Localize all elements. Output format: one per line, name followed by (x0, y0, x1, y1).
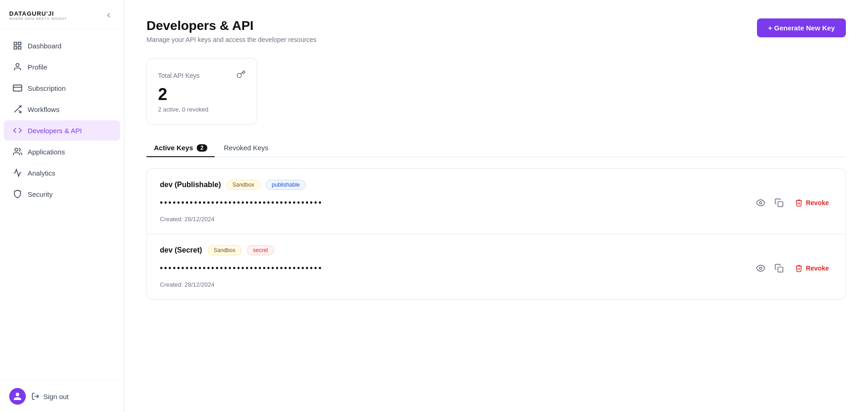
key-name-0: dev (Publishable) (160, 181, 221, 189)
sidebar-item-profile[interactable]: Profile (4, 57, 120, 77)
svg-rect-2 (18, 47, 21, 49)
main-content: Developers & API Manage your API keys an… (124, 0, 868, 412)
sidebar-item-developers-label: Developers & API (28, 127, 82, 135)
sidebar-item-subscription-label: Subscription (28, 84, 66, 92)
tab-revoked-keys[interactable]: Revoked Keys (217, 139, 276, 157)
sidebar: DATAGURU'JI WHERE DATA MEETS INSIGHT Das… (0, 0, 124, 412)
keys-container: dev (Publishable) Sandbox publishable ••… (147, 168, 846, 300)
stats-card: Total API Keys 2 2 active, 0 revoked (147, 58, 257, 124)
key-header-1: dev (Secret) Sandbox secret (160, 245, 833, 255)
key-actions-1: Revoke (754, 262, 833, 275)
trash-icon-0 (795, 199, 803, 207)
sidebar-item-developers[interactable]: Developers & API (4, 120, 120, 141)
key-row-1: dev (Secret) Sandbox secret ••••••••••••… (147, 234, 845, 299)
svg-rect-15 (778, 267, 783, 272)
svg-rect-13 (778, 202, 783, 207)
sidebar-item-applications[interactable]: Applications (4, 141, 120, 162)
key-value-row-1: •••••••••••••••••••••••••••••••••••••• (160, 262, 833, 275)
applications-icon (13, 147, 22, 156)
page-title-group: Developers & API Manage your API keys an… (147, 18, 317, 43)
tab-revoked-keys-label: Revoked Keys (224, 144, 269, 152)
page-title: Developers & API (147, 18, 317, 33)
toggle-visibility-button-1[interactable] (754, 262, 767, 275)
page-header: Developers & API Manage your API keys an… (147, 18, 846, 43)
svg-rect-3 (14, 47, 17, 49)
stats-label: Total API Keys (158, 72, 199, 79)
subscription-icon (13, 83, 22, 93)
key-created-1: Created: 28/12/2024 (160, 281, 833, 288)
profile-icon (13, 62, 22, 71)
sidebar-header: DATAGURU'JI WHERE DATA MEETS INSIGHT (0, 0, 124, 29)
stats-card-header: Total API Keys (158, 70, 246, 81)
key-value-row-0: •••••••••••••••••••••••••••••••••••••• (160, 196, 833, 209)
logo: DATAGURU'JI WHERE DATA MEETS INSIGHT (9, 10, 67, 20)
svg-rect-5 (13, 85, 22, 91)
sidebar-item-dashboard-label: Dashboard (28, 42, 61, 50)
svg-point-14 (760, 267, 762, 270)
key-dots-1: •••••••••••••••••••••••••••••••••••••• (160, 264, 747, 273)
revoke-button-0[interactable]: Revoke (791, 197, 833, 209)
key-badge-publishable-0: publishable (266, 180, 306, 190)
tab-active-keys-label: Active Keys (154, 144, 193, 152)
tabs: Active Keys 2 Revoked Keys (147, 139, 846, 157)
sidebar-nav: Dashboard Profile Subscription (0, 29, 124, 380)
collapse-sidebar-button[interactable] (103, 9, 115, 21)
copy-button-1[interactable] (773, 262, 786, 275)
trash-icon-1 (795, 264, 803, 272)
sidebar-item-applications-label: Applications (28, 148, 65, 156)
stats-value: 2 (158, 85, 246, 104)
dashboard-icon (13, 41, 22, 50)
sign-out-icon (31, 392, 40, 400)
key-row-0: dev (Publishable) Sandbox publishable ••… (147, 169, 845, 234)
key-dots-0: •••••••••••••••••••••••••••••••••••••• (160, 198, 747, 208)
svg-rect-1 (18, 42, 21, 45)
sidebar-item-workflows[interactable]: Workflows (4, 99, 120, 119)
sidebar-item-security[interactable]: Security (4, 184, 120, 204)
chevron-left-icon (105, 11, 113, 19)
sidebar-item-workflows-label: Workflows (28, 106, 59, 113)
sign-out-button[interactable]: Sign out (31, 392, 69, 400)
key-header-0: dev (Publishable) Sandbox publishable (160, 180, 833, 190)
svg-point-11 (237, 73, 241, 77)
sidebar-item-security-label: Security (28, 190, 53, 198)
copy-icon-0 (774, 198, 784, 207)
logo-subtitle: WHERE DATA MEETS INSIGHT (9, 17, 67, 20)
svg-point-9 (15, 148, 18, 152)
sidebar-item-profile-label: Profile (28, 63, 47, 71)
generate-btn-label: + Generate New Key (768, 24, 835, 32)
workflows-icon (13, 105, 22, 114)
tab-active-keys[interactable]: Active Keys 2 (147, 139, 215, 157)
security-icon (13, 189, 22, 199)
svg-point-4 (16, 64, 19, 67)
sidebar-footer: Sign out (0, 380, 124, 412)
key-badge-secret-1: secret (247, 245, 274, 255)
sidebar-item-analytics-label: Analytics (28, 169, 55, 177)
revoke-label-1: Revoke (806, 265, 829, 272)
logo-title: DATAGURU'JI (9, 10, 67, 17)
stats-detail: 2 active, 0 revoked (158, 106, 246, 113)
sidebar-item-subscription[interactable]: Subscription (4, 78, 120, 98)
svg-rect-0 (14, 42, 17, 45)
key-badge-sandbox-1: Sandbox (208, 245, 241, 255)
key-icon (236, 70, 246, 81)
tab-active-keys-badge: 2 (197, 144, 207, 152)
revoke-label-0: Revoke (806, 199, 829, 206)
page-subtitle: Manage your API keys and access the deve… (147, 36, 317, 43)
eye-icon-0 (756, 198, 765, 207)
copy-icon-1 (774, 264, 784, 273)
key-actions-0: Revoke (754, 196, 833, 209)
key-badge-sandbox-0: Sandbox (226, 180, 260, 190)
copy-button-0[interactable] (773, 196, 786, 209)
sidebar-item-dashboard[interactable]: Dashboard (4, 35, 120, 56)
avatar (9, 388, 26, 405)
sign-out-label: Sign out (43, 393, 69, 400)
toggle-visibility-button-0[interactable] (754, 196, 767, 209)
eye-icon-1 (756, 264, 765, 273)
svg-point-12 (760, 202, 762, 204)
developers-icon (13, 126, 22, 135)
key-created-0: Created: 28/12/2024 (160, 216, 833, 223)
key-name-1: dev (Secret) (160, 246, 202, 254)
sidebar-item-analytics[interactable]: Analytics (4, 163, 120, 183)
generate-new-key-button[interactable]: + Generate New Key (757, 18, 846, 37)
revoke-button-1[interactable]: Revoke (791, 262, 833, 274)
